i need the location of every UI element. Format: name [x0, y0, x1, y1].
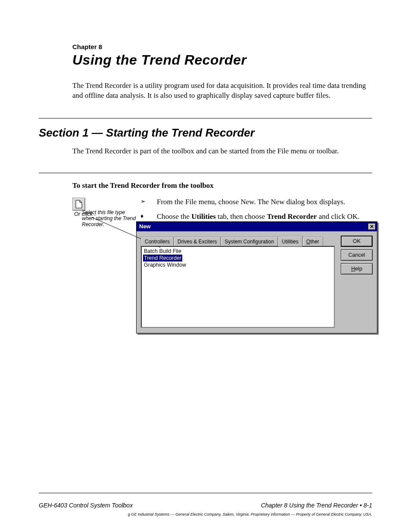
arrowhead-icon: ➢: [140, 198, 147, 205]
help-button[interactable]: Help: [341, 263, 373, 274]
tab-controllers[interactable]: Controllers: [141, 237, 174, 246]
list-item-selected[interactable]: Trend Recorder: [143, 255, 182, 261]
close-icon[interactable]: ✕: [368, 223, 376, 230]
tab-other[interactable]: Other: [302, 237, 323, 246]
ok-button[interactable]: OK: [341, 236, 373, 247]
step-1-text: From the File menu, choose New. The New …: [157, 198, 372, 206]
tab-drives-exciters[interactable]: Drives & Exciters: [174, 237, 221, 246]
procedure-heading: To start the Trend Recorder from the too…: [72, 181, 214, 190]
new-file-toolbar-icon[interactable]: [72, 198, 85, 211]
procedure-divider: [39, 173, 372, 173]
bullet-icon: ♦: [140, 212, 147, 219]
callout-caption: Select this file type when starting the …: [82, 209, 138, 227]
dialog-title: New: [139, 223, 151, 230]
chapter-number: Chapter 8: [72, 43, 372, 50]
cancel-button[interactable]: Cancel: [341, 249, 373, 261]
tab-system-configuration[interactable]: System Configuration: [221, 237, 278, 246]
section-heading: Section 1 — Starting the Trend Recorder: [39, 126, 372, 140]
footer-right: Chapter 8 Using the Trend Recorder • 8-1: [261, 502, 372, 509]
list-item[interactable]: Graphics Window: [143, 261, 333, 268]
step-2-text: Choose the Utilities tab, then choose Tr…: [157, 212, 372, 221]
list-item[interactable]: Batch Build File: [143, 248, 333, 255]
dialog-titlebar[interactable]: New ✕: [137, 222, 377, 231]
footer-divider: [39, 493, 372, 493]
page-title: Using the Trend Recorder: [72, 52, 372, 68]
footer-legal: g GE Industrial Systems — General Electr…: [39, 512, 372, 516]
new-dialog: New ✕ Controllers Drives & Exciters Syst…: [136, 221, 377, 333]
tab-strip: Controllers Drives & Exciters System Con…: [141, 236, 335, 246]
section-body: The Trend Recorder is part of the toolbo…: [72, 146, 372, 156]
footer-left: GEH-6403 Control System Toolbox: [39, 502, 133, 509]
intro-paragraph: The Trend Recorder is a utility program …: [72, 81, 372, 101]
section-divider: [39, 118, 372, 118]
svg-marker-1: [80, 200, 82, 202]
file-type-listbox[interactable]: Batch Build File Trend Recorder Graphics…: [141, 246, 335, 328]
tab-utilities[interactable]: Utilities: [278, 236, 302, 246]
